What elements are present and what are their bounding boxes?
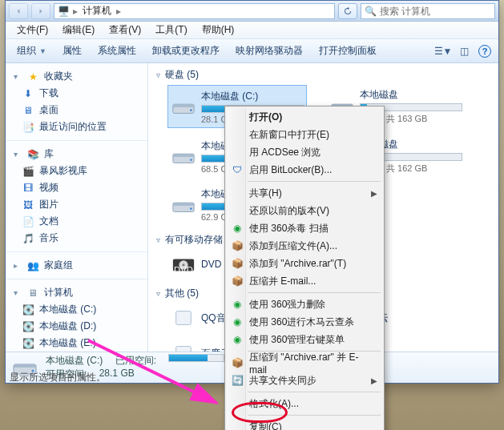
menu-tools[interactable]: 工具(T) [149, 22, 193, 38]
sidebar-baofeng[interactable]: 🎬暴风影视库 [6, 163, 147, 179]
context-item-label: 使用 360进行木马云查杀 [249, 315, 354, 329]
context-menu-item[interactable]: ◉使用 360强力删除 [227, 295, 382, 313]
toolbar: 组织▼ 属性 系统属性 卸载或更改程序 映射网络驱动器 打开控制面板 ☰▼ ◫ … [6, 39, 498, 63]
view-mode-button[interactable]: ☰▼ [434, 42, 452, 60]
map-drive-button[interactable]: 映射网络驱动器 [229, 42, 309, 60]
section-drives-head[interactable]: ▿硬盘 (5) [148, 63, 498, 83]
context-item-label: 复制(C) [249, 420, 282, 431]
context-item-label: 使用 360强力删除 [249, 298, 325, 311]
music-icon: 🎵 [22, 232, 34, 245]
context-menu-item[interactable]: 复制(C) [227, 418, 382, 430]
menu-file[interactable]: 文件(F) [10, 22, 54, 38]
sidebar-drive-c[interactable]: 💽本地磁盘 (C:) [6, 301, 147, 318]
dvd-icon: DVD [171, 253, 196, 275]
sidebar-favorites-head[interactable]: ▾★收藏夹 [6, 68, 147, 85]
preview-pane-button[interactable]: ◫ [455, 42, 473, 60]
context-menu-item[interactable]: 🔄共享文件夹同步▶ [227, 372, 382, 389]
360-icon: ◉ [231, 333, 244, 346]
sidebar-drive-d[interactable]: 💽本地磁盘 (D:) [6, 318, 147, 335]
help-button[interactable]: ? [476, 42, 494, 60]
context-menu-item[interactable]: 📦压缩到 "Archive.rar" 并 E-mail [227, 354, 382, 372]
sidebar-libraries-head[interactable]: ▾📚库 [6, 146, 147, 163]
control-panel-button[interactable]: 打开控制面板 [312, 42, 383, 60]
context-menu-item[interactable]: 🛡启用 BitLocker(B)... [227, 161, 382, 179]
nav-forward-button[interactable] [31, 3, 50, 19]
context-menu-item[interactable]: 用 ACDSee 浏览 [227, 143, 382, 161]
context-item-label: 格式化(A)... [249, 397, 299, 411]
app-icon [171, 342, 196, 352]
nav-back-button[interactable] [9, 3, 28, 19]
context-item-label: 压缩并 E-mail... [249, 275, 316, 288]
context-menu-item[interactable]: 📦添加到 "Archive.rar"(T) [227, 255, 382, 272]
video-icon: 🎞 [22, 182, 34, 195]
download-icon: ⬇ [22, 87, 34, 100]
context-separator [248, 415, 381, 416]
context-item-label: 添加到压缩文件(A)... [249, 239, 337, 253]
sidebar-drive-e[interactable]: 💽本地磁盘 (E:) [6, 335, 147, 352]
details-used-label: 已用空间: [115, 354, 156, 368]
drive-name: 本地磁盘 (C:) [201, 90, 304, 103]
used-bar [168, 354, 224, 362]
context-menu-item[interactable]: 📦添加到压缩文件(A)... [227, 237, 382, 255]
desktop-icon: 🖥 [22, 104, 34, 117]
context-separator [248, 292, 381, 293]
context-item-label: 打开(O) [249, 111, 282, 124]
sidebar-pictures[interactable]: 🖼图片 [6, 196, 147, 213]
context-menu-item[interactable]: 还原以前的版本(V) [227, 202, 382, 219]
refresh-button[interactable] [338, 3, 357, 19]
sidebar-recent[interactable]: 📑最近访问的位置 [6, 119, 147, 135]
system-properties-button[interactable]: 系统属性 [91, 42, 143, 60]
menu-help[interactable]: 帮助(H) [196, 22, 241, 38]
chevron-down-icon: ▾ [14, 288, 22, 297]
context-menu-item[interactable]: ◉使用 360杀毒 扫描 [227, 219, 382, 237]
computer-icon: 🖥 [26, 287, 39, 299]
drive-icon [171, 95, 196, 118]
search-box[interactable]: 🔍 [361, 3, 495, 19]
computer-icon: 🖥️ [58, 6, 70, 17]
uninstall-button[interactable]: 卸载或更改程序 [146, 42, 226, 60]
details-title: 本地磁盘 (C:) [46, 354, 103, 368]
organize-button[interactable]: 组织▼ [10, 42, 53, 60]
context-menu-item[interactable]: 📦压缩并 E-mail... [227, 272, 382, 290]
context-item-label: 用 ACDSee 浏览 [249, 146, 321, 159]
context-menu-item[interactable]: ◉使用 360进行木马云查杀 [227, 313, 382, 331]
menu-edit[interactable]: 编辑(E) [56, 22, 101, 38]
sidebar-downloads[interactable]: ⬇下载 [6, 85, 147, 102]
picture-icon: 🖼 [22, 199, 34, 211]
svg-rect-1 [173, 104, 194, 107]
context-menu-item[interactable]: 打开(O) [227, 108, 382, 126]
svg-rect-23 [14, 364, 36, 368]
archive-icon: 📦 [231, 239, 244, 252]
context-item-label: 添加到 "Archive.rar"(T) [249, 257, 346, 271]
svg-rect-7 [173, 154, 194, 157]
homegroup-icon: 👥 [26, 259, 39, 272]
breadcrumb-sep: ▸ [116, 6, 121, 17]
svg-text:DVD: DVD [174, 265, 193, 275]
sidebar-homegroup-head[interactable]: ▸👥家庭组 [6, 257, 147, 274]
360-icon: ◉ [231, 315, 244, 328]
context-item-label: 共享文件夹同步 [249, 374, 317, 388]
sidebar-desktop[interactable]: 🖥桌面 [6, 102, 147, 119]
context-menu-item[interactable]: ◉使用 360管理右键菜单 [227, 331, 382, 348]
properties-button[interactable]: 属性 [56, 42, 88, 60]
address-bar[interactable]: 🖥️ ▸ 计算机 ▸ [54, 3, 335, 19]
svg-rect-13 [173, 203, 194, 206]
context-separator [248, 392, 381, 392]
drive-icon [171, 194, 196, 216]
context-menu-item[interactable]: 共享(H)▶ [227, 184, 382, 202]
breadcrumb-computer[interactable]: 计算机 [81, 4, 113, 18]
sidebar-videos[interactable]: 🎞视频 [6, 179, 147, 196]
sidebar-music[interactable]: 🎵音乐 [6, 230, 147, 247]
context-menu-item[interactable]: 格式化(A)... [227, 395, 382, 412]
chevron-down-icon: ▿ [156, 235, 160, 244]
sidebar-documents[interactable]: 📄文档 [6, 213, 147, 230]
search-input[interactable] [380, 6, 500, 17]
menu-view[interactable]: 查看(V) [103, 22, 147, 38]
chevron-right-icon: ▸ [14, 261, 22, 270]
context-menu-item[interactable]: 在新窗口中打开(E) [227, 126, 382, 143]
chevron-down-icon: ▿ [156, 70, 160, 79]
archive-icon: 📦 [231, 356, 244, 369]
movie-icon: 🎬 [22, 165, 34, 178]
sidebar-computer-head[interactable]: ▾🖥计算机 [6, 284, 147, 301]
library-icon: 📚 [26, 148, 39, 161]
